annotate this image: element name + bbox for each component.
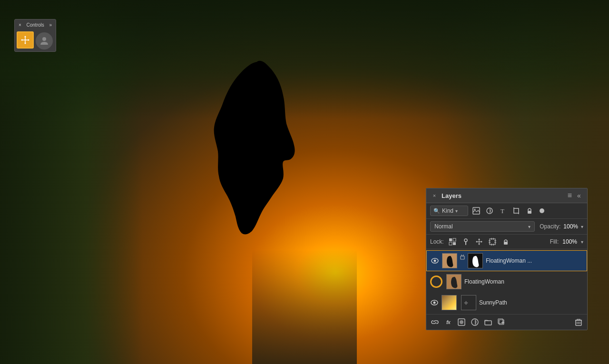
opacity-value: 100% bbox=[563, 223, 578, 230]
svg-rect-11 bbox=[514, 208, 519, 213]
blend-mode-dropdown[interactable]: Normal ▾ bbox=[430, 221, 535, 232]
lock-fill-row: Lock: Fill: 100% ▾ bbox=[426, 235, 587, 249]
layer-group-indicator bbox=[430, 275, 442, 288]
kind-filter-dropdown[interactable]: 🔍 Kind ▾ bbox=[430, 206, 468, 216]
toolbar-title: Controls bbox=[27, 22, 44, 28]
panel-close-button[interactable]: × bbox=[431, 192, 438, 199]
opacity-arrow[interactable]: ▾ bbox=[581, 224, 583, 229]
layer-thumbnail-3 bbox=[442, 295, 457, 310]
svg-text:T: T bbox=[501, 207, 504, 215]
kind-filter-arrow: ▾ bbox=[455, 208, 458, 214]
layers-list: FloatingWoman ... FloatingWoman ⌖ SunnyP… bbox=[426, 249, 587, 314]
svg-rect-14 bbox=[528, 211, 531, 214]
fx-button[interactable]: fx bbox=[443, 317, 453, 327]
filter-crop-icon[interactable] bbox=[511, 206, 521, 216]
opacity-label: Opacity: bbox=[540, 223, 560, 230]
filter-image-icon[interactable] bbox=[471, 206, 481, 216]
svg-rect-18 bbox=[453, 242, 456, 245]
svg-rect-17 bbox=[449, 242, 452, 245]
layer-thumbnail-2 bbox=[446, 274, 462, 289]
layer-name-1: FloatingWoman ... bbox=[486, 257, 583, 264]
new-layer-button[interactable] bbox=[497, 317, 506, 327]
svg-text:⌖: ⌖ bbox=[464, 299, 468, 307]
svg-point-6 bbox=[42, 37, 46, 41]
panel-menu-button[interactable]: ≡ bbox=[568, 191, 572, 200]
layer-icon-3: ⌖ bbox=[461, 295, 476, 310]
svg-point-46 bbox=[460, 320, 463, 324]
layer-name-3: SunnyPath bbox=[479, 299, 583, 306]
link-layers-button[interactable] bbox=[430, 317, 440, 327]
lock-brush-icon[interactable] bbox=[461, 237, 471, 246]
layer-thumbs-1 bbox=[442, 253, 483, 268]
filter-row: 🔍 Kind ▾ T bbox=[426, 203, 587, 219]
layers-panel: × Layers ≡ « 🔍 Kind ▾ T bbox=[426, 188, 588, 330]
filter-circle-dot[interactable] bbox=[540, 208, 544, 213]
layer-name-2: FloatingWoman bbox=[464, 278, 583, 285]
lock-transparency-icon[interactable] bbox=[448, 237, 457, 246]
lock-label: Lock: bbox=[430, 238, 444, 245]
lock-move-icon[interactable] bbox=[474, 237, 484, 246]
lock-artboard-icon[interactable] bbox=[488, 237, 497, 246]
panel-titlebar: × Layers ≡ « bbox=[426, 188, 587, 203]
blend-mode-label: Normal bbox=[434, 223, 453, 230]
toolbar-expand[interactable]: » bbox=[49, 22, 52, 28]
toolbar-avatar bbox=[36, 32, 53, 49]
layer-visibility-toggle-3[interactable] bbox=[430, 298, 439, 307]
layer-chain-1 bbox=[459, 253, 466, 261]
figure-silhouette bbox=[205, 57, 309, 271]
blend-mode-arrow: ▾ bbox=[528, 224, 530, 229]
panel-bottom-toolbar: fx bbox=[426, 314, 587, 330]
layer-item-sunny-path[interactable]: ⌖ SunnyPath bbox=[426, 292, 587, 313]
layer-visibility-toggle-1[interactable] bbox=[431, 256, 439, 265]
filter-lock-icon[interactable] bbox=[524, 206, 535, 216]
add-mask-button[interactable] bbox=[457, 317, 466, 327]
toolbar-close[interactable]: × bbox=[19, 22, 21, 28]
panel-collapse-button[interactable]: « bbox=[576, 192, 582, 199]
svg-rect-15 bbox=[449, 238, 452, 241]
svg-point-8 bbox=[474, 209, 476, 210]
group-layers-button[interactable] bbox=[483, 317, 493, 327]
toolbar-panel: × Controls » bbox=[14, 19, 56, 52]
fill-value: 100% bbox=[562, 238, 577, 245]
filter-circle-icon[interactable] bbox=[484, 206, 495, 216]
layer-thumbnail-1 bbox=[442, 253, 457, 268]
svg-rect-39 bbox=[461, 256, 464, 259]
panel-title: Layers bbox=[442, 192, 462, 199]
svg-point-43 bbox=[433, 302, 436, 304]
toolbar-header: × Controls » bbox=[17, 21, 54, 29]
add-adjustment-button[interactable] bbox=[470, 317, 480, 327]
svg-point-37 bbox=[434, 260, 436, 262]
layer-mask-thumbnail-1 bbox=[468, 253, 483, 268]
delete-layer-button[interactable] bbox=[574, 317, 583, 327]
panel-title-left: × Layers bbox=[431, 192, 462, 199]
layer-item-floating-woman[interactable]: FloatingWoman bbox=[426, 271, 587, 292]
fill-label: Fill: bbox=[550, 238, 559, 245]
kind-filter-label: Kind bbox=[442, 207, 453, 214]
lock-all-icon[interactable] bbox=[501, 237, 511, 246]
move-tool-button[interactable] bbox=[17, 31, 34, 49]
svg-rect-26 bbox=[490, 239, 495, 245]
fill-arrow[interactable]: ▾ bbox=[581, 239, 583, 245]
layer-item-floating-woman-group[interactable]: FloatingWoman ... bbox=[426, 250, 587, 271]
blend-opacity-row: Normal ▾ Opacity: 100% ▾ bbox=[426, 219, 587, 235]
svg-rect-48 bbox=[485, 321, 491, 325]
filter-text-icon[interactable]: T bbox=[498, 206, 508, 216]
svg-rect-16 bbox=[453, 238, 456, 241]
svg-rect-35 bbox=[504, 242, 508, 245]
